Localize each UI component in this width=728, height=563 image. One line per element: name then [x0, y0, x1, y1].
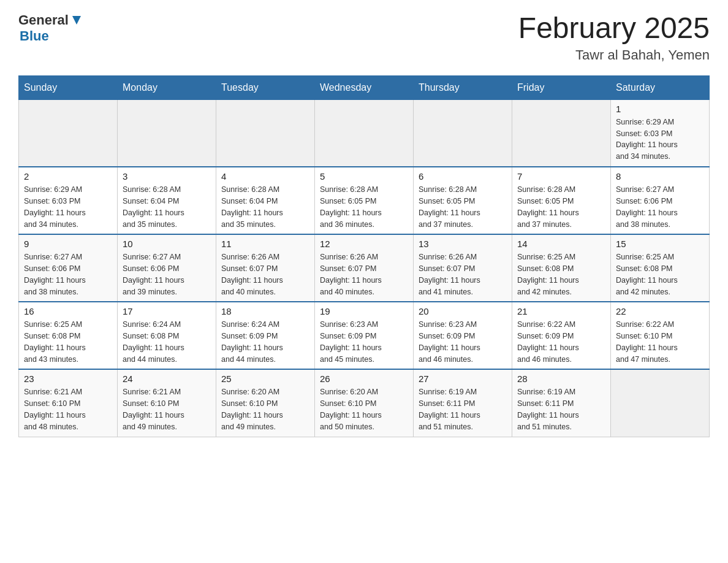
day-number: 11: [221, 239, 309, 249]
day-info: Sunrise: 6:28 AM Sunset: 6:04 PM Dayligh…: [123, 184, 211, 230]
day-info: Sunrise: 6:28 AM Sunset: 6:04 PM Dayligh…: [221, 184, 309, 230]
day-info: Sunrise: 6:25 AM Sunset: 6:08 PM Dayligh…: [24, 319, 112, 365]
day-number: 16: [24, 306, 112, 316]
logo-triangle-icon: [70, 13, 83, 27]
calendar-cell: 6Sunrise: 6:28 AM Sunset: 6:05 PM Daylig…: [414, 167, 512, 234]
calendar-cell: 20Sunrise: 6:23 AM Sunset: 6:09 PM Dayli…: [414, 302, 512, 369]
header-day-tuesday: Tuesday: [216, 75, 315, 99]
day-number: 17: [123, 306, 211, 316]
day-info: Sunrise: 6:24 AM Sunset: 6:09 PM Dayligh…: [221, 319, 309, 365]
header-day-monday: Monday: [118, 75, 216, 99]
calendar-cell: 1Sunrise: 6:29 AM Sunset: 6:03 PM Daylig…: [611, 99, 710, 167]
title-section: February 2025 Tawr al Bahah, Yemen: [518, 12, 710, 63]
day-number: 2: [24, 171, 112, 182]
calendar-cell: 2Sunrise: 6:29 AM Sunset: 6:03 PM Daylig…: [19, 167, 118, 234]
calendar-cell: 8Sunrise: 6:27 AM Sunset: 6:06 PM Daylig…: [611, 167, 710, 234]
calendar-cell: 7Sunrise: 6:28 AM Sunset: 6:05 PM Daylig…: [512, 167, 611, 234]
calendar-cell: [118, 99, 216, 167]
calendar-cell: 19Sunrise: 6:23 AM Sunset: 6:09 PM Dayli…: [315, 302, 414, 369]
day-number: 4: [221, 171, 309, 182]
day-number: 3: [123, 171, 211, 182]
day-info: Sunrise: 6:29 AM Sunset: 6:03 PM Dayligh…: [616, 117, 704, 163]
day-info: Sunrise: 6:26 AM Sunset: 6:07 PM Dayligh…: [320, 251, 408, 297]
svg-marker-0: [72, 16, 81, 25]
page-header: General Blue February 2025 Tawr al Bahah…: [18, 12, 710, 63]
calendar-cell: [19, 99, 118, 167]
calendar-cell: 26Sunrise: 6:20 AM Sunset: 6:10 PM Dayli…: [315, 369, 414, 437]
calendar-table: SundayMondayTuesdayWednesdayThursdayFrid…: [18, 75, 710, 437]
day-number: 18: [221, 306, 309, 316]
calendar-cell: 14Sunrise: 6:25 AM Sunset: 6:08 PM Dayli…: [512, 234, 611, 302]
day-number: 26: [320, 373, 408, 384]
day-number: 19: [320, 306, 408, 316]
header-day-thursday: Thursday: [414, 75, 512, 99]
day-info: Sunrise: 6:20 AM Sunset: 6:10 PM Dayligh…: [320, 386, 408, 432]
day-number: 28: [517, 373, 605, 384]
header-day-wednesday: Wednesday: [315, 75, 414, 99]
day-info: Sunrise: 6:23 AM Sunset: 6:09 PM Dayligh…: [419, 319, 507, 365]
logo-text-blue: Blue: [20, 28, 49, 44]
calendar-week-row: 1Sunrise: 6:29 AM Sunset: 6:03 PM Daylig…: [19, 99, 710, 167]
day-info: Sunrise: 6:27 AM Sunset: 6:06 PM Dayligh…: [123, 251, 211, 297]
day-number: 27: [419, 373, 507, 384]
calendar-cell: [512, 99, 611, 167]
calendar-cell: 24Sunrise: 6:21 AM Sunset: 6:10 PM Dayli…: [118, 369, 216, 437]
day-info: Sunrise: 6:29 AM Sunset: 6:03 PM Dayligh…: [24, 184, 112, 230]
day-number: 8: [616, 171, 704, 182]
logo-text-general: General: [18, 12, 69, 28]
calendar-week-row: 2Sunrise: 6:29 AM Sunset: 6:03 PM Daylig…: [19, 167, 710, 234]
calendar-cell: 11Sunrise: 6:26 AM Sunset: 6:07 PM Dayli…: [216, 234, 315, 302]
calendar-cell: [315, 99, 414, 167]
day-number: 23: [24, 373, 112, 384]
day-info: Sunrise: 6:28 AM Sunset: 6:05 PM Dayligh…: [320, 184, 408, 230]
day-info: Sunrise: 6:26 AM Sunset: 6:07 PM Dayligh…: [419, 251, 507, 297]
calendar-subtitle: Tawr al Bahah, Yemen: [518, 47, 710, 63]
calendar-week-row: 16Sunrise: 6:25 AM Sunset: 6:08 PM Dayli…: [19, 302, 710, 369]
calendar-cell: 25Sunrise: 6:20 AM Sunset: 6:10 PM Dayli…: [216, 369, 315, 437]
day-number: 6: [419, 171, 507, 182]
day-info: Sunrise: 6:23 AM Sunset: 6:09 PM Dayligh…: [320, 319, 408, 365]
day-number: 5: [320, 171, 408, 182]
day-number: 25: [221, 373, 309, 384]
calendar-cell: 5Sunrise: 6:28 AM Sunset: 6:05 PM Daylig…: [315, 167, 414, 234]
calendar-cell: [414, 99, 512, 167]
day-number: 22: [616, 306, 704, 316]
day-info: Sunrise: 6:24 AM Sunset: 6:08 PM Dayligh…: [123, 319, 211, 365]
day-number: 10: [123, 239, 211, 249]
day-number: 24: [123, 373, 211, 384]
day-info: Sunrise: 6:20 AM Sunset: 6:10 PM Dayligh…: [221, 386, 309, 432]
day-info: Sunrise: 6:27 AM Sunset: 6:06 PM Dayligh…: [616, 184, 704, 230]
calendar-cell: 12Sunrise: 6:26 AM Sunset: 6:07 PM Dayli…: [315, 234, 414, 302]
day-info: Sunrise: 6:27 AM Sunset: 6:06 PM Dayligh…: [24, 251, 112, 297]
calendar-cell: 23Sunrise: 6:21 AM Sunset: 6:10 PM Dayli…: [19, 369, 118, 437]
day-number: 12: [320, 239, 408, 249]
day-info: Sunrise: 6:26 AM Sunset: 6:07 PM Dayligh…: [221, 251, 309, 297]
day-number: 13: [419, 239, 507, 249]
day-number: 7: [517, 171, 605, 182]
day-info: Sunrise: 6:19 AM Sunset: 6:11 PM Dayligh…: [419, 386, 507, 432]
calendar-cell: [611, 369, 710, 437]
calendar-cell: 3Sunrise: 6:28 AM Sunset: 6:04 PM Daylig…: [118, 167, 216, 234]
day-info: Sunrise: 6:22 AM Sunset: 6:09 PM Dayligh…: [517, 319, 605, 365]
calendar-cell: 27Sunrise: 6:19 AM Sunset: 6:11 PM Dayli…: [414, 369, 512, 437]
day-info: Sunrise: 6:19 AM Sunset: 6:11 PM Dayligh…: [517, 386, 605, 432]
day-info: Sunrise: 6:21 AM Sunset: 6:10 PM Dayligh…: [24, 386, 112, 432]
calendar-week-row: 9Sunrise: 6:27 AM Sunset: 6:06 PM Daylig…: [19, 234, 710, 302]
header-day-saturday: Saturday: [611, 75, 710, 99]
calendar-cell: 9Sunrise: 6:27 AM Sunset: 6:06 PM Daylig…: [19, 234, 118, 302]
calendar-cell: 18Sunrise: 6:24 AM Sunset: 6:09 PM Dayli…: [216, 302, 315, 369]
day-number: 9: [24, 239, 112, 249]
day-info: Sunrise: 6:28 AM Sunset: 6:05 PM Dayligh…: [419, 184, 507, 230]
calendar-cell: 28Sunrise: 6:19 AM Sunset: 6:11 PM Dayli…: [512, 369, 611, 437]
calendar-cell: 4Sunrise: 6:28 AM Sunset: 6:04 PM Daylig…: [216, 167, 315, 234]
day-info: Sunrise: 6:25 AM Sunset: 6:08 PM Dayligh…: [517, 251, 605, 297]
calendar-cell: 13Sunrise: 6:26 AM Sunset: 6:07 PM Dayli…: [414, 234, 512, 302]
day-number: 14: [517, 239, 605, 249]
calendar-cell: 21Sunrise: 6:22 AM Sunset: 6:09 PM Dayli…: [512, 302, 611, 369]
day-info: Sunrise: 6:25 AM Sunset: 6:08 PM Dayligh…: [616, 251, 704, 297]
calendar-cell: 10Sunrise: 6:27 AM Sunset: 6:06 PM Dayli…: [118, 234, 216, 302]
calendar-week-row: 23Sunrise: 6:21 AM Sunset: 6:10 PM Dayli…: [19, 369, 710, 437]
calendar-cell: [216, 99, 315, 167]
day-number: 15: [616, 239, 704, 249]
calendar-cell: 16Sunrise: 6:25 AM Sunset: 6:08 PM Dayli…: [19, 302, 118, 369]
